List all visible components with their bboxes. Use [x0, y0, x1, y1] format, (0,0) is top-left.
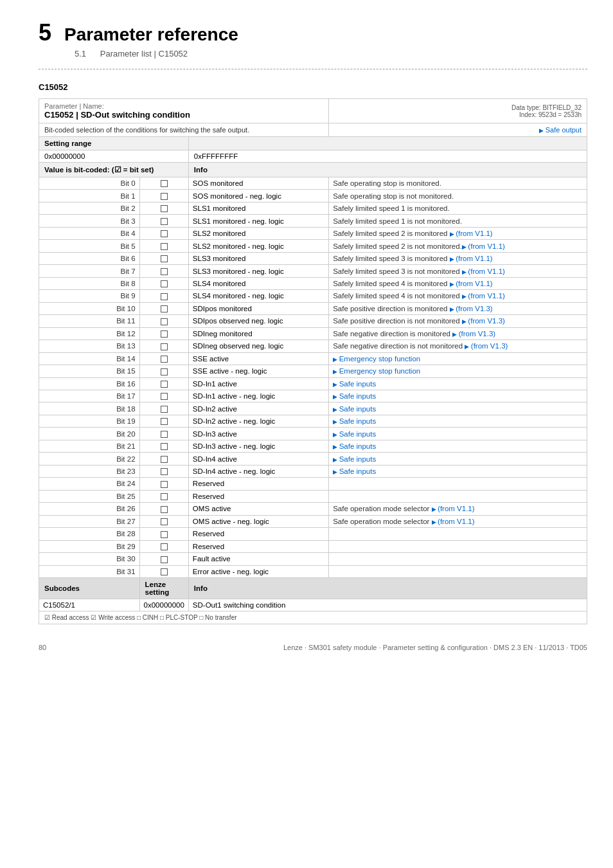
checkbox[interactable]	[161, 368, 168, 375]
checkbox[interactable]	[161, 381, 168, 388]
checkbox[interactable]	[161, 393, 168, 400]
checkbox[interactable]	[161, 218, 168, 225]
checkbox[interactable]	[161, 230, 168, 237]
bit-info[interactable]: Emergency stop function	[329, 365, 587, 377]
checkbox[interactable]	[161, 318, 168, 325]
bit-info-link[interactable]: Safe inputs	[333, 455, 376, 463]
bit-checkbox-cell[interactable]	[139, 277, 188, 289]
bit-checkbox-cell[interactable]	[139, 315, 188, 327]
bit-checkbox-cell[interactable]	[139, 190, 188, 202]
bit-info[interactable]: Safely limited speed 4 is not monitored …	[329, 290, 587, 302]
checkbox[interactable]	[161, 543, 168, 550]
checkbox[interactable]	[161, 531, 168, 538]
safe-output-cell[interactable]: Safe output	[329, 123, 587, 137]
bit-info[interactable]: Safe operation mode selector (from V1.1)	[329, 503, 587, 515]
bit-version-link[interactable]: (from V1.1)	[462, 292, 505, 300]
checkbox[interactable]	[161, 193, 168, 200]
bit-info[interactable]: Safe negative direction is not monitored…	[329, 340, 587, 352]
bit-checkbox-cell[interactable]	[139, 302, 188, 314]
bit-version-link[interactable]: (from V1.1)	[450, 230, 493, 237]
bit-info[interactable]: Safely limited speed 4 is monitored (fro…	[329, 277, 587, 289]
bit-version-link[interactable]: (from V1.3)	[465, 342, 508, 350]
bit-info[interactable]: Safe inputs	[329, 377, 587, 390]
bit-info[interactable]: Safely limited speed 3 is not monitored …	[329, 265, 587, 277]
bit-info[interactable]: Safe inputs	[329, 453, 587, 465]
checkbox[interactable]	[161, 356, 168, 363]
bit-checkbox-cell[interactable]	[139, 553, 188, 565]
bit-info-link[interactable]: Safe inputs	[333, 392, 376, 400]
bit-version-link[interactable]: (from V1.1)	[432, 518, 475, 525]
bit-checkbox-cell[interactable]	[139, 215, 188, 227]
bit-checkbox-cell[interactable]	[139, 290, 188, 302]
bit-info[interactable]: Safe inputs	[329, 402, 587, 415]
bit-info-link[interactable]: Safe inputs	[333, 430, 376, 438]
bit-checkbox-cell[interactable]	[139, 202, 188, 214]
bit-checkbox-cell[interactable]	[139, 352, 188, 365]
bit-version-link[interactable]: (from V1.1)	[432, 505, 475, 512]
bit-checkbox-cell[interactable]	[139, 565, 188, 577]
bit-checkbox-cell[interactable]	[139, 528, 188, 540]
bit-checkbox-cell[interactable]	[139, 377, 188, 390]
checkbox[interactable]	[161, 431, 168, 438]
checkbox[interactable]	[161, 255, 168, 262]
checkbox[interactable]	[161, 293, 168, 300]
checkbox[interactable]	[161, 568, 168, 575]
bit-checkbox-cell[interactable]	[139, 177, 188, 190]
bit-info[interactable]: Safely limited speed 2 is monitored (fro…	[329, 227, 587, 239]
bit-checkbox-cell[interactable]	[139, 453, 188, 465]
bit-info[interactable]: Safe positive direction is monitored (fr…	[329, 302, 587, 314]
bit-info[interactable]: Safe positive direction is not monitored…	[329, 315, 587, 327]
bit-checkbox-cell[interactable]	[139, 340, 188, 352]
checkbox[interactable]	[161, 280, 168, 287]
checkbox[interactable]	[161, 556, 168, 563]
bit-version-link[interactable]: (from V1.3)	[452, 330, 495, 338]
checkbox[interactable]	[161, 343, 168, 350]
checkbox[interactable]	[161, 406, 168, 413]
bit-info[interactable]: Safe inputs	[329, 390, 587, 402]
checkbox[interactable]	[161, 418, 168, 425]
safe-output-link[interactable]: Safe output	[539, 126, 582, 134]
checkbox[interactable]	[161, 456, 168, 463]
bit-version-link[interactable]: (from V1.3)	[450, 305, 493, 312]
checkbox[interactable]	[161, 243, 168, 250]
bit-checkbox-cell[interactable]	[139, 440, 188, 452]
bit-checkbox-cell[interactable]	[139, 503, 188, 515]
bit-checkbox-cell[interactable]	[139, 390, 188, 402]
checkbox[interactable]	[161, 443, 168, 450]
bit-info[interactable]: Safe negative direction is monitored (fr…	[329, 327, 587, 339]
bit-checkbox-cell[interactable]	[139, 327, 188, 339]
bit-checkbox-cell[interactable]	[139, 402, 188, 415]
bit-checkbox-cell[interactable]	[139, 428, 188, 440]
bit-checkbox-cell[interactable]	[139, 415, 188, 427]
checkbox[interactable]	[161, 268, 168, 275]
bit-info-link[interactable]: Safe inputs	[333, 405, 376, 413]
checkbox[interactable]	[161, 518, 168, 525]
bit-checkbox-cell[interactable]	[139, 540, 188, 552]
bit-info[interactable]: Safe inputs	[329, 465, 587, 477]
bit-info-link[interactable]: Safe inputs	[333, 467, 376, 475]
bit-info[interactable]: Safe inputs	[329, 428, 587, 440]
bit-checkbox-cell[interactable]	[139, 465, 188, 477]
bit-checkbox-cell[interactable]	[139, 478, 188, 490]
checkbox[interactable]	[161, 330, 168, 338]
bit-info-link[interactable]: Safe inputs	[333, 417, 376, 425]
bit-info-link[interactable]: Emergency stop function	[333, 367, 420, 375]
bit-checkbox-cell[interactable]	[139, 365, 188, 377]
bit-checkbox-cell[interactable]	[139, 240, 188, 252]
bit-checkbox-cell[interactable]	[139, 227, 188, 239]
bit-version-link[interactable]: (from V1.3)	[462, 317, 505, 325]
bit-info[interactable]: Safe inputs	[329, 440, 587, 452]
checkbox[interactable]	[161, 180, 168, 187]
bit-info[interactable]: Safe inputs	[329, 415, 587, 427]
bit-version-link[interactable]: (from V1.1)	[462, 267, 505, 275]
bit-checkbox-cell[interactable]	[139, 515, 188, 527]
bit-info[interactable]: Safe operation mode selector (from V1.1)	[329, 515, 587, 527]
bit-info-link[interactable]: Safe inputs	[333, 380, 376, 388]
bit-version-link[interactable]: (from V1.1)	[462, 242, 505, 250]
checkbox[interactable]	[161, 205, 168, 212]
bit-version-link[interactable]: (from V1.1)	[450, 255, 493, 262]
bit-checkbox-cell[interactable]	[139, 252, 188, 264]
bit-info[interactable]: Emergency stop function	[329, 352, 587, 365]
bit-info-link[interactable]: Safe inputs	[333, 442, 376, 450]
checkbox[interactable]	[161, 305, 168, 312]
